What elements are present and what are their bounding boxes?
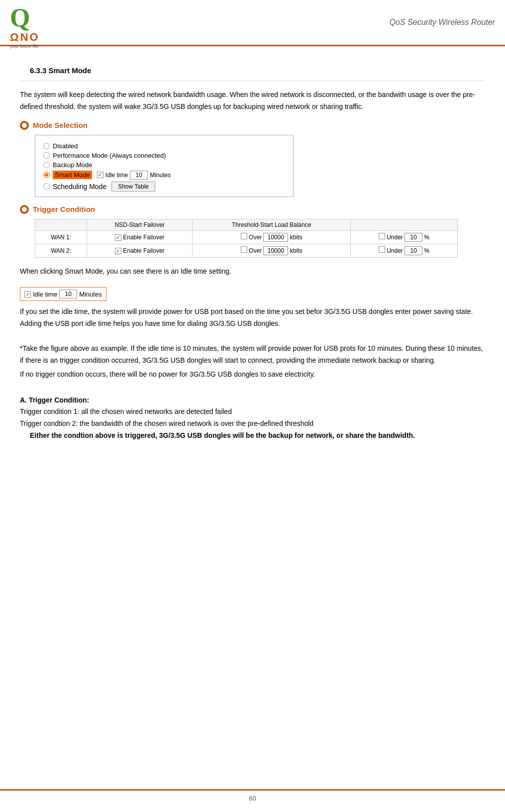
trigger-bold: Either the condtion above is triggered, … (30, 430, 485, 442)
idle-time-box: Idle time Minutes (20, 287, 106, 301)
idle-box-input[interactable] (59, 290, 77, 299)
th-nsd: NSD-Start Failover (87, 219, 193, 230)
radio-scheduling-icon (43, 183, 50, 190)
trigger-table-wrap: NSD-Start Failover Threshold-Start Load … (35, 219, 485, 258)
trigger-circle-icon (20, 205, 29, 214)
wan1-over-checkbox[interactable] (241, 233, 247, 239)
logo-q-letter: Q (10, 5, 52, 31)
table-header-row: NSD-Start Failover Threshold-Start Load … (35, 219, 458, 230)
mode-selection-box: Disabled Performance Mode (Always connec… (35, 135, 294, 197)
radio-backup-label: Backup Mode (53, 161, 93, 169)
wan2-label: WAN 2: (35, 244, 87, 257)
table-row: WAN 1: Enable Failover Over kbits Under … (35, 230, 458, 244)
idle-time-unit: Minutes (150, 172, 171, 179)
page-header: Q ΩNO your future life QoS Security Wire… (0, 0, 505, 46)
mode-circle-icon (20, 121, 29, 130)
th-extra (350, 219, 457, 230)
logo-box: Q ΩNO your future life (10, 5, 52, 40)
intro-text: The system will keep detecting the wired… (20, 89, 485, 113)
mode-selection-label: Mode Selection (33, 121, 88, 129)
wan2-failover-checkbox[interactable] (115, 248, 121, 254)
radio-disabled-label: Disabled (53, 142, 78, 150)
logo-ono-text: ΩNO (10, 31, 52, 44)
radio-performance-label: Performance Mode (Always connected) (53, 152, 166, 159)
trigger-table: NSD-Start Failover Threshold-Start Load … (35, 219, 458, 258)
section-title: 6.3.3 Smart Mode (30, 66, 485, 75)
trigger-item1: Trigger condition 1: all the chosen wire… (20, 406, 485, 418)
trigger-condition-header: Trigger Condition (20, 205, 485, 214)
radio-disabled[interactable]: Disabled (43, 142, 285, 150)
radio-smart-label: Smart Mode (53, 171, 92, 179)
logo-tagline: your future life (10, 44, 52, 49)
paragraph1: If you set the idle time, the system wil… (20, 306, 485, 330)
table-row: WAN 2: Enable Failover Over kbits Under … (35, 244, 458, 257)
trigger-heading: A. Trigger Condition: (20, 396, 485, 404)
radio-backup[interactable]: Backup Mode (43, 161, 285, 169)
radio-performance-icon (43, 152, 50, 159)
wan1-under-input[interactable] (404, 233, 422, 242)
logo-area: Q ΩNO your future life (10, 5, 60, 40)
show-table-button[interactable]: Show Table (111, 182, 155, 192)
th-wan (35, 219, 87, 230)
idle-time-checkbox[interactable] (97, 172, 103, 178)
idle-box-checkbox[interactable] (24, 291, 31, 298)
wan2-over-input[interactable] (263, 246, 288, 255)
page-footer: 60 (0, 789, 505, 802)
radio-disabled-icon (43, 143, 50, 149)
trigger-condition-label: Trigger Condition (33, 205, 95, 213)
wan2-under-input[interactable] (404, 246, 422, 255)
wan2-over-checkbox[interactable] (241, 246, 247, 253)
divider (20, 81, 485, 81)
wan2-over: Over kbits (193, 244, 351, 257)
radio-backup-icon (43, 162, 50, 168)
smart-mode-desc: When clicking Smart Mode, you can see th… (20, 266, 485, 278)
wan2-failover: Enable Failover (87, 244, 193, 257)
radio-performance[interactable]: Performance Mode (Always connected) (43, 152, 285, 159)
wan2-under: Under % (350, 244, 457, 257)
idle-box-unit: Minutes (79, 291, 102, 298)
main-content: 6.3.3 Smart Mode The system will keep de… (0, 46, 505, 472)
radio-scheduling-label: Scheduling Mode (53, 183, 106, 191)
smart-mode-extra: Idle time Minutes (97, 171, 171, 180)
wan1-label: WAN 1: (35, 230, 87, 244)
wan1-over-input[interactable] (263, 233, 288, 242)
paragraph2: *Take the figure above as example. If th… (20, 343, 485, 367)
trigger-item2: Trigger condtion 2: the bandwidth of the… (20, 418, 485, 430)
radio-scheduling[interactable]: Scheduling Mode Show Table (43, 182, 285, 192)
wan1-over: Over kbits (193, 230, 351, 244)
wan1-under-checkbox[interactable] (379, 233, 385, 239)
idle-time-label: Idle time (105, 172, 128, 179)
radio-smart-icon (43, 172, 50, 178)
header-title: QoS Security Wireless Router (60, 18, 495, 27)
wan1-failover: Enable Failover (87, 230, 193, 244)
mode-selection-header: Mode Selection (20, 121, 485, 130)
page-number: 60 (249, 795, 256, 802)
paragraph3: If no trigger condtion occurs, there wil… (20, 369, 485, 381)
idle-time-input[interactable] (130, 171, 148, 180)
idle-box-label: Idle time (33, 291, 57, 298)
wan1-failover-checkbox[interactable] (115, 234, 121, 241)
radio-smart[interactable]: Smart Mode Idle time Minutes (43, 171, 285, 180)
wan1-under: Under % (350, 230, 457, 244)
th-threshold: Threshold-Start Load Balance (193, 219, 351, 230)
wan2-under-checkbox[interactable] (379, 246, 385, 253)
